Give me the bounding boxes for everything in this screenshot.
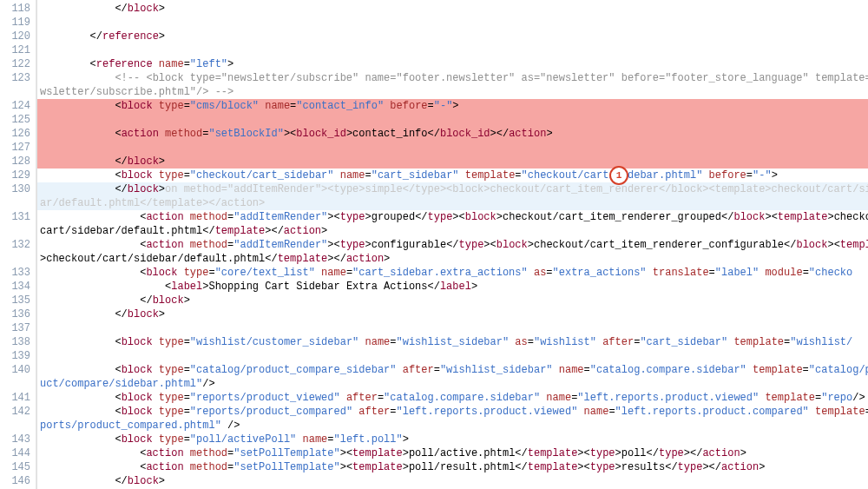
code-line[interactable]: cart/sidebar/default.phtml</template></a… <box>36 224 868 238</box>
code-editor[interactable]: 1181191201211221231241251261271281291301… <box>0 0 868 489</box>
line-number <box>2 419 30 433</box>
code-line[interactable]: <block type="checkout/cart_sidebar" name… <box>36 169 868 182</box>
code-line[interactable]: <block type="reports/product_viewed" aft… <box>36 391 868 405</box>
code-line[interactable] <box>36 349 868 363</box>
line-number <box>2 196 30 210</box>
line-number: 126 <box>2 127 30 141</box>
code-line[interactable]: >checkout/cart/sidebar/default.phtml</te… <box>36 252 868 266</box>
line-number: 144 <box>2 446 30 460</box>
code-line[interactable]: <block type="wishlist/customer_sidebar" … <box>36 335 868 349</box>
code-line[interactable]: </block> <box>36 155 868 169</box>
line-number <box>2 252 30 266</box>
line-number: 120 <box>2 30 30 43</box>
line-number: 133 <box>2 266 30 280</box>
code-line[interactable]: <block type="reports/product_compared" a… <box>36 405 868 419</box>
line-number: 137 <box>2 321 30 335</box>
code-line[interactable]: <reference name="left"> <box>36 57 868 71</box>
line-number: 136 <box>2 307 30 321</box>
line-number: 139 <box>2 349 30 363</box>
annotation-marker-1: 1 <box>609 166 628 185</box>
code-line[interactable]: ar/default.phtml</template></action> <box>36 196 868 210</box>
code-line[interactable] <box>36 16 868 30</box>
code-line[interactable]: <action method="setPollTemplate"><templa… <box>36 460 868 474</box>
code-line[interactable]: <block type="poll/activePoll" name="left… <box>36 433 868 446</box>
code-line[interactable]: wsletter/subscribe.phtml"/> --> <box>36 85 868 99</box>
line-number-gutter: 1181191201211221231241251261271281291301… <box>0 0 36 489</box>
line-number <box>2 377 30 391</box>
line-number <box>2 224 30 238</box>
line-number: 145 <box>2 460 30 474</box>
code-area[interactable]: </block> </reference> <reference name="l… <box>36 0 868 489</box>
line-number: 140 <box>2 363 30 377</box>
line-number: 146 <box>2 474 30 488</box>
line-number: 141 <box>2 391 30 405</box>
code-line[interactable] <box>36 141 868 155</box>
line-number: 135 <box>2 294 30 307</box>
code-line[interactable]: <action method="addItemRender"><type>con… <box>36 238 868 252</box>
line-number: 123 <box>2 71 30 85</box>
line-number: 138 <box>2 335 30 349</box>
line-number <box>2 85 30 99</box>
line-number: 122 <box>2 57 30 71</box>
line-number: 121 <box>2 43 30 57</box>
code-line[interactable]: <block type="cms/block" name="contact_in… <box>36 99 868 113</box>
line-number: 125 <box>2 113 30 127</box>
line-number: 132 <box>2 238 30 252</box>
line-number: 129 <box>2 169 30 182</box>
code-line[interactable]: <action method="addItemRender"><type>gro… <box>36 210 868 224</box>
code-line[interactable]: uct/compare/sidebar.phtml"/> <box>36 377 868 391</box>
line-number: 128 <box>2 155 30 169</box>
line-number: 143 <box>2 433 30 446</box>
code-line[interactable] <box>36 43 868 57</box>
line-number: 134 <box>2 280 30 294</box>
line-number: 119 <box>2 16 30 30</box>
code-line[interactable] <box>36 321 868 335</box>
fold-margin <box>36 0 37 489</box>
code-line[interactable] <box>36 113 868 127</box>
code-line[interactable]: <block type="core/text_list" name="cart_… <box>36 266 868 280</box>
code-line[interactable]: <label>Shopping Cart Sidebar Extra Actio… <box>36 280 868 294</box>
code-line[interactable]: </block> <box>36 294 868 307</box>
code-line[interactable]: <block type="catalog/product_compare_sid… <box>36 363 868 377</box>
code-line[interactable]: </block> <box>36 307 868 321</box>
code-line[interactable]: <action method="setPollTemplate"><templa… <box>36 446 868 460</box>
code-line[interactable]: ports/product_compared.phtml" /> <box>36 419 868 433</box>
code-line[interactable]: <action method="setBlockId"><block_id>co… <box>36 127 868 141</box>
code-line[interactable]: </block> <box>36 474 868 488</box>
code-line[interactable]: </block>on method="addItemRender"><type>… <box>36 182 868 196</box>
code-line[interactable]: </reference> <box>36 30 868 43</box>
line-number: 127 <box>2 141 30 155</box>
code-line[interactable]: <!-- <block type="newsletter/subscribe" … <box>36 71 868 85</box>
line-number: 130 <box>2 182 30 196</box>
line-number: 131 <box>2 210 30 224</box>
code-line[interactable]: </block> <box>36 2 868 16</box>
line-number: 118 <box>2 2 30 16</box>
line-number: 124 <box>2 99 30 113</box>
line-number: 142 <box>2 405 30 419</box>
